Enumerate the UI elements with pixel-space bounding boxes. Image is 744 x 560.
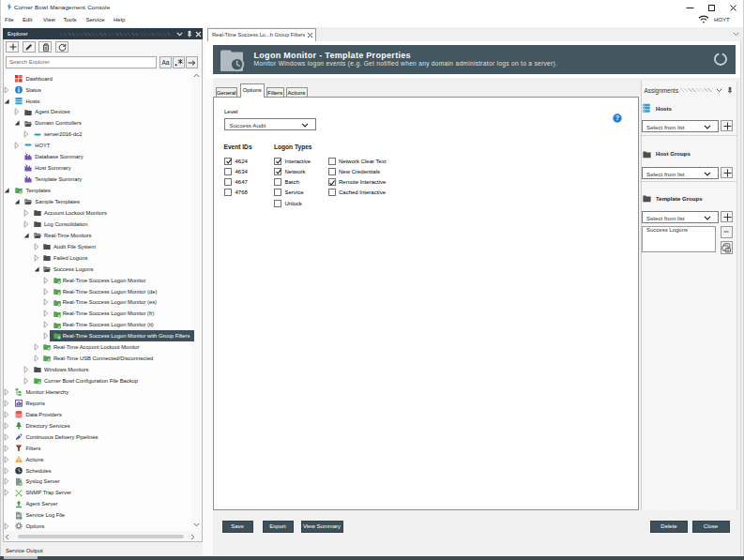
svg-text:?: ? bbox=[615, 114, 619, 121]
